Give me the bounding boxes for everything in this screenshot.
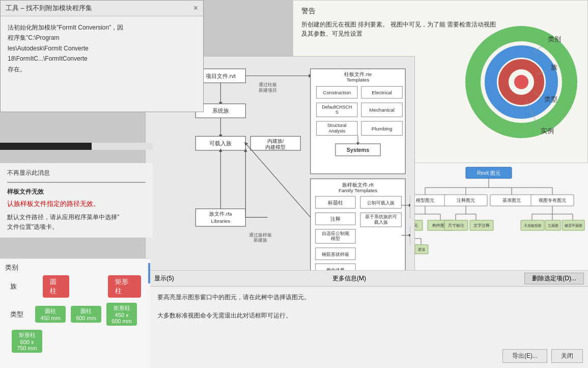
fc-lib-label-2: Libraries [211, 218, 231, 224]
fc-via-template-label: 通过柱板 [259, 82, 277, 87]
fc-electrical-label: Electrical [372, 90, 392, 95]
tree-annot-sub-label-2: 文字注释 [473, 223, 490, 228]
donut-chart-svg: 类别 族 类型 实例 [465, 16, 577, 159]
error-line-4: 18\FormItC...\FormItConverte [8, 54, 196, 64]
fc-plumbing-label: Plumbing [372, 126, 393, 132]
fc-adaptive-label-2: 模型 [331, 236, 340, 241]
fc-sys-based-label-1: 基于系统族的可 [365, 214, 397, 219]
error-desc-1: 默认文件路径，请从应用程序菜单中选择" [7, 213, 146, 222]
fc-default-label-1: DefaultCHSCH [322, 104, 352, 110]
export-button[interactable]: 导出(E)... [502, 349, 547, 363]
fc-new-project-label: 新建项目 [259, 88, 277, 93]
fc-sys-based-label-2: 载入族 [374, 220, 388, 225]
close-button[interactable]: 关闭 [551, 349, 583, 363]
error-msg-panel: 不再显示此消息 样板文件无效 认族样板文件指定的路径无效。 默认文件路径，请从应… [0, 163, 153, 238]
label-instance: 实例 [541, 127, 554, 135]
family-cylinder-box[interactable]: 圆柱 [43, 275, 69, 298]
info-text-2: 大多数标准视图命令无需退出此对话框即可运行。 [157, 310, 581, 322]
tree-datum-label: 基准图元 [502, 198, 521, 203]
fc-templates-title-2: Templates [347, 77, 370, 83]
tree-view-sub-label-3: 楼层平面图 [565, 224, 582, 228]
fc-sys-label: 系统族 [212, 108, 229, 114]
error-dialog-title-bar: 工具 – 找不到附加模块程序集 × [1, 1, 203, 16]
tree-annot-sub-label-1: 尺寸标注 [448, 223, 464, 228]
fc-adaptive-label-1: 自适应公制规 [322, 231, 349, 236]
error-dialog-title-text: 工具 – 找不到附加模块程序集 [6, 4, 92, 13]
info-panel: 要高亮显示图形窗口中的图元，请在此树中选择该图元。 大多数标准视图命令无需退出此… [150, 286, 588, 368]
tree-view-sub-label-1: 天花板投影 [524, 224, 542, 227]
fc-construction-label: Construction [323, 90, 351, 95]
fc-family-title-2: Family Templates [339, 188, 377, 193]
cat-row-type: 类型 圆柱450 mm 圆柱600 mm 矩形柱450 x600 mm 矩形柱6… [10, 302, 145, 354]
fc-annotation-label: 注释 [330, 216, 341, 222]
type-rect-600x750[interactable]: 矩形柱600 x750 mm [12, 330, 42, 353]
tree-view-label: 视图专有图元 [539, 198, 566, 203]
error-dialog-close-button[interactable]: × [193, 4, 198, 12]
fc-arrow-ftpl-load [245, 143, 311, 217]
template-invalid-label: 样板文件无效 [7, 187, 146, 197]
no-show-msg[interactable]: 不再显示此消息 [7, 168, 146, 178]
error-line-3: les\Autodesk\FormIt Converte [8, 43, 196, 54]
fc-builtin-label-2: 内建模型 [265, 144, 286, 150]
error-line-5: 存在。 [8, 64, 196, 74]
cat-label-family: 族 [10, 282, 29, 291]
tree-leaf-label-3: 屋顶 [418, 248, 425, 251]
fc-family-title-1: 族样板文件.rft [342, 182, 374, 188]
fc-systems-label: Systems [347, 147, 369, 153]
delete-selected-button[interactable]: 删除选定项(D)... [524, 273, 584, 284]
progress-bar-inner [0, 143, 92, 150]
cat-row-family: 族 圆柱 矩形柱 [10, 275, 145, 298]
label-category: 类别 [548, 35, 561, 43]
category-panel: 类别 族 圆柱 矩形柱 类型 圆柱450 mm 圆柱600 mm 矩形柱450 … [0, 258, 150, 368]
type-rect-450x600[interactable]: 矩形柱450 x600 mm [106, 303, 137, 326]
bottom-toolbar: 显示(5) 更多信息(M) 删除选定项(D)... [150, 270, 588, 286]
cat-label-type: 类型 [10, 310, 29, 319]
fc-templates-title-1: 柱板文件.rte [344, 71, 372, 77]
fc-via-family-label: 通过族样板 [249, 232, 272, 238]
type-cyl-450[interactable]: 圆柱450 mm [35, 306, 66, 323]
tree-root-label: Revit 图元 [477, 170, 500, 176]
tree-model-label: 模型图元 [416, 198, 434, 203]
fc-rebar-label: 钢筋形状样板 [321, 252, 349, 257]
error-line-1: 法初始化附加模块"FormIt Conversion"，因 [8, 22, 196, 33]
warning-title: 警告 [301, 7, 579, 16]
error-dialog: 工具 – 找不到附加模块程序集 × 法初始化附加模块"FormIt Conver… [0, 0, 204, 112]
cat-row-category: 类别 [5, 263, 145, 272]
label-family: 族 [551, 63, 557, 71]
fc-title-col-label: 标题柱 [327, 200, 343, 205]
fc-default-label-2: S [335, 110, 339, 115]
fc-family-templates-box [311, 179, 405, 276]
progress-bar-area [0, 143, 153, 150]
tree-view-sub-label-2: 立面图 [548, 224, 558, 227]
fc-mechanical-label: Mechanical [369, 107, 395, 113]
info-text-1: 要高亮显示图形窗口中的图元，请在此树中选择该图元。 [157, 292, 581, 303]
fc-project-label: 项目文件.rvt [206, 73, 236, 79]
more-info-label: 更多信息(M) [332, 274, 366, 283]
donut-chart-area: 类别 族 类型 实例 [465, 16, 577, 159]
donut-segment-instance [514, 75, 528, 89]
tree-annotation-label: 注释图元 [457, 198, 475, 203]
error-dialog-body: 法初始化附加模块"FormIt Conversion"，因 程序集"C:\Pro… [1, 16, 203, 81]
error-line-2: 程序集"C:\Program [8, 33, 196, 43]
fc-structural-label-2: Analysis [328, 128, 345, 134]
fc-load-label: 可载入族 [209, 140, 232, 146]
cat-label-category: 类别 [5, 263, 23, 272]
fc-structural-label-1: Structural [327, 123, 347, 128]
family-rect-box[interactable]: 矩形柱 [108, 275, 141, 298]
size-label: 显示(5) [154, 274, 174, 283]
fc-new-family-label: 新建族 [254, 238, 267, 243]
fc-metric-loadable-label: 公制可载入族 [367, 200, 395, 205]
fc-lib-label-1: 族文件.rfa [209, 211, 232, 217]
info-panel-buttons: 导出(E)... 关闭 [502, 349, 583, 363]
fc-builtin-label-1: 内建族/ [267, 138, 284, 144]
type-cyl-600[interactable]: 圆柱600 mm [71, 306, 101, 323]
error-desc-2: 文件位置"选项卡。 [7, 222, 146, 232]
label-type: 类型 [544, 95, 557, 103]
template-path-invalid: 认族样板文件指定的路径无效。 [7, 199, 146, 209]
